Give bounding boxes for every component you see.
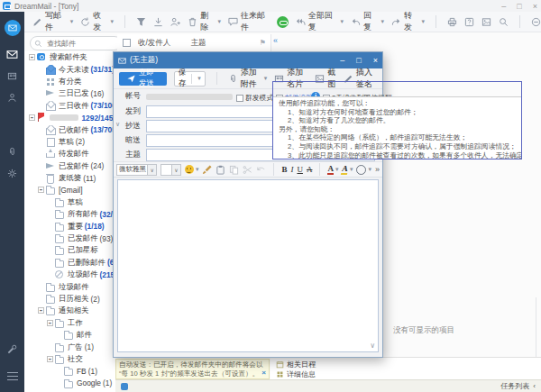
paste-button[interactable] [215,165,225,175]
task-list-toggle[interactable]: 任务列表‹ [500,381,536,391]
tree-item-account[interactable]: -1292/1452 [29,112,117,123]
send-receive-button[interactable]: 收发▾ [80,10,114,33]
tree-item-通知相关[interactable]: -通知相关 [29,305,117,316]
tree-item-label: 通知相关 [59,305,89,315]
zoom-button[interactable] [499,17,509,27]
add-contact-button[interactable] [170,17,180,27]
font-size-select[interactable]: ∨ [160,164,181,176]
cut-button[interactable] [243,165,252,175]
forward-button[interactable]: 转发▾ [391,10,425,33]
contacts-card-tab[interactable] [0,65,24,87]
tree-expander-icon[interactable]: - [29,54,35,60]
tree-item-三日收件[interactable]: 三日收件(73/106) [29,100,117,112]
insert-link-button[interactable]: ▾ [356,165,371,175]
tree-item-垃圾邮件[interactable]: 垃圾邮件(215/377) [29,269,117,280]
close-button[interactable]: × [533,2,537,11]
undo-button[interactable] [256,165,266,175]
more-button[interactable] [531,17,541,27]
search-input[interactable] [45,39,106,49]
font-family-select[interactable]: 微软雅黑∨ [116,164,157,176]
folder-icon [64,366,75,376]
tree-item-已发邮件[interactable]: 已发邮件(24) [29,160,117,172]
correspondence-button[interactable]: 往来邮件 [228,10,270,33]
save-button[interactable]: 保存▾ [174,71,206,87]
tree-item-邮件[interactable]: 邮件 [29,329,117,341]
tree-item-今天未读[interactable]: 今天未读(31/31) [29,63,117,75]
tree-item-待发邮件[interactable]: 待发邮件 [29,148,117,160]
tree-item-已加星标[interactable]: 已加星标 [29,244,117,256]
tree-expander-icon[interactable]: - [38,307,44,314]
compose-maximize-button[interactable]: □ [356,56,361,65]
tree-item-Google[interactable]: Google(1) [29,378,117,389]
tree-item-社交[interactable]: -社交 [29,353,117,365]
column-sender[interactable]: 收/发件人 [138,38,170,49]
strikethrough-button[interactable]: A [307,165,313,174]
tree-item-草稿[interactable]: 草稿 [29,196,117,208]
write-mail-button[interactable]: 写邮件▾ [32,10,73,33]
tree-expander-icon[interactable]: - [38,187,44,193]
print-button[interactable] [447,17,457,27]
tools-button[interactable] [0,338,24,360]
search-box[interactable] [30,36,122,50]
notice-close-button[interactable]: × [261,369,266,378]
compose-minimize-button[interactable]: – [340,56,344,65]
tree-expander-icon[interactable]: - [47,320,53,326]
maximize-button[interactable]: □ [517,2,521,11]
reply-button[interactable]: 回复▾ [351,10,384,33]
reply-all-button[interactable]: 全部回复▾ [296,10,344,33]
underline-button[interactable]: U [297,165,303,174]
column-subject[interactable]: 主题 [190,38,206,49]
tree-item-草稿[interactable]: 草稿(2) [29,136,117,148]
settings-tab[interactable] [0,162,24,184]
attachments-tab[interactable] [0,141,24,162]
tree-item-有分类[interactable]: 有分类 [29,76,117,87]
tree-item-三日已发[interactable]: 三日已发(16) [29,87,117,99]
mass-mode-option[interactable]: 群发模式 [236,93,273,103]
image-button[interactable] [481,17,491,27]
tree-item-label: 已删除邮件 [68,258,105,268]
tree-item-[Gmail][interactable]: -[Gmail] [29,184,117,196]
toolbar-overflow-button[interactable]: » [375,165,380,174]
columns-icon[interactable] [123,39,131,47]
tree-item-搜索邮件夹[interactable]: -搜索邮件夹 [29,51,117,63]
tree-item-广告[interactable]: 广告(1) [29,341,117,352]
tree-item-废纸篓[interactable]: 废纸篓(11) [29,172,117,184]
tree-expander-icon[interactable]: - [29,114,35,121]
delete-button[interactable]: 删除▾ [188,10,221,33]
emoji-button[interactable]: ▾ [185,165,199,174]
checkbox-icon[interactable] [236,95,243,102]
related-schedule-link[interactable]: 相关日程 [276,360,541,369]
tree-expander-icon[interactable]: - [47,356,53,362]
message-body-editor[interactable] [117,179,379,352]
menu-button[interactable] [0,365,24,387]
tree-item-重要[interactable]: 重要(1/18) [29,220,117,232]
add-attachment-button[interactable]: 添加附件▾ [228,67,267,90]
tree-item-所有邮件[interactable]: 所有邮件(32/296) [29,208,117,220]
bold-button[interactable]: B [281,165,287,174]
tree-item-FB[interactable]: FB(1) [29,365,117,377]
tree-item-已收邮件[interactable]: 已收邮件(13/705) [29,123,117,135]
send-now-button[interactable]: 立即发送 [119,72,167,86]
help-button[interactable] [464,17,474,27]
copy-button[interactable] [229,165,239,175]
flag-column-icon[interactable]: ⚑ [260,39,266,47]
contacts-tab[interactable] [0,87,24,108]
expand-body-chevron[interactable]: ∨ [370,342,375,350]
tree-item-工作[interactable]: -工作 [29,317,117,329]
compose-close-button[interactable]: × [373,56,378,65]
tree-item-已发邮件[interactable]: 已发邮件(93) [29,232,117,244]
details-link[interactable]: 详细信息 [276,369,541,379]
mail-tab[interactable] [0,43,24,65]
import-button[interactable] [153,17,163,27]
tree-item-日历相关[interactable]: 日历相关(2) [29,293,117,305]
collapse-pane-chevron[interactable]: « [273,36,278,45]
format-painter-button[interactable] [202,165,212,175]
highlight-color-button[interactable]: A▾ [342,165,353,175]
minimize-button[interactable]: – [501,2,506,11]
tree-item-已删除邮件[interactable]: 已删除邮件(68/159) [29,257,117,269]
italic-button[interactable]: I [290,165,293,174]
tree-item-垃圾邮件[interactable]: 垃圾邮件 [29,280,117,292]
compose-mail-button[interactable] [5,20,21,36]
filter-button[interactable] [136,17,146,27]
font-color-button[interactable]: A▾ [327,165,338,175]
